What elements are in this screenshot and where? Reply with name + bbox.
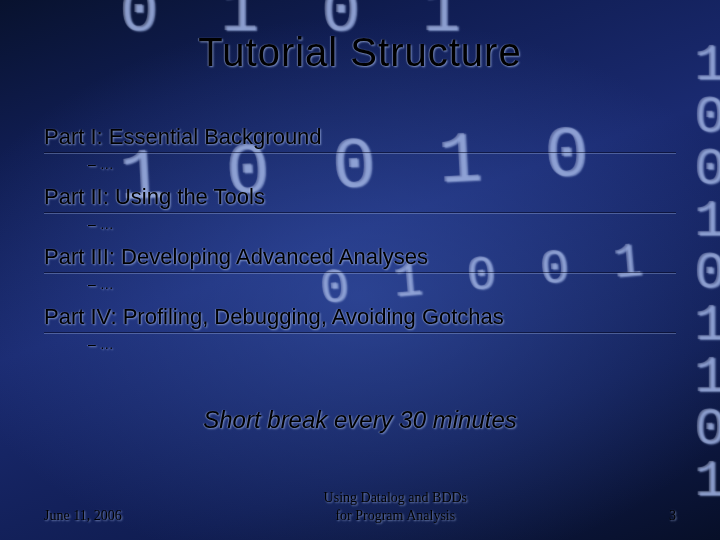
footer-title: Using Datalog and BDDs for Program Analy…: [324, 489, 468, 524]
part-heading: Part II: Using the Tools: [44, 184, 676, 213]
slide-body: Part I: Essential Background … Part II: …: [44, 122, 676, 362]
part-sub: …: [44, 273, 676, 302]
part-heading: Part IV: Profiling, Debugging, Avoiding …: [44, 304, 676, 333]
footer-title-line1: Using Datalog and BDDs: [324, 490, 468, 505]
decor-binary: 1 0 0 1 0 1 1 0 1: [695, 40, 720, 508]
part-sub: …: [44, 153, 676, 182]
footer-title-line2: for Program Analysis: [335, 508, 455, 523]
part-heading: Part III: Developing Advanced Analyses: [44, 244, 676, 273]
part-sub: …: [44, 213, 676, 242]
footer: June 11, 2006 Using Datalog and BDDs for…: [44, 489, 676, 524]
part-sub: …: [44, 333, 676, 362]
footer-date: June 11, 2006: [44, 508, 122, 524]
footer-page-number: 3: [669, 508, 676, 524]
part-heading: Part I: Essential Background: [44, 124, 676, 153]
slide-title: Tutorial Structure: [0, 30, 720, 75]
slide: 0 1 0 1 1 0 0 1 0 0 1 0 0 1 1 0 0 1 0 1 …: [0, 0, 720, 540]
break-note: Short break every 30 minutes: [0, 406, 720, 434]
